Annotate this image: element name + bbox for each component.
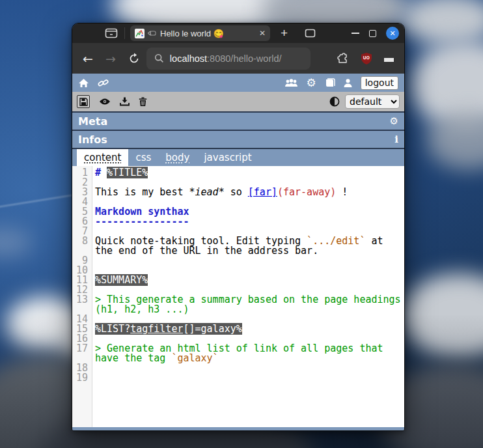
code-line[interactable]: 13> This generate a summary based on the… xyxy=(72,295,404,315)
minimize-button[interactable] xyxy=(352,33,359,34)
tab-javascript[interactable]: javascript xyxy=(197,149,258,166)
code-line[interactable]: 9 xyxy=(72,256,404,266)
back-button[interactable]: ← xyxy=(83,51,93,66)
contrast-button[interactable] xyxy=(329,96,340,107)
person-icon xyxy=(343,78,353,88)
link-button[interactable] xyxy=(98,78,109,88)
tab-content[interactable]: content xyxy=(77,149,128,166)
line-text xyxy=(92,256,404,266)
menu-button[interactable] xyxy=(384,58,394,59)
line-number: 19 xyxy=(72,373,92,383)
logout-button[interactable]: logout xyxy=(361,76,398,90)
code-line[interactable]: 19 xyxy=(72,373,404,383)
code-segment-em: *iead* xyxy=(189,186,225,198)
home-button[interactable] xyxy=(78,78,89,88)
tab-title: Hello le world 😋 xyxy=(160,29,256,38)
browser-window: Hello le world 😋 ✕ + ✕ ← → xyxy=(72,23,405,431)
line-text: # %TITLE% xyxy=(92,168,404,178)
save-button[interactable] xyxy=(77,95,90,108)
tab-body[interactable]: body xyxy=(158,149,197,166)
code-line[interactable]: 17> Generate an html list of link of all… xyxy=(72,344,404,363)
code-segment-string: (far-away) xyxy=(277,186,336,198)
line-number: 8 xyxy=(72,236,92,256)
back-arrow-icon: ← xyxy=(83,51,93,66)
line-text xyxy=(92,373,404,383)
meta-section-bar[interactable]: Meta ⚙ xyxy=(72,111,404,130)
link-icon xyxy=(98,78,109,88)
forward-button[interactable]: → xyxy=(105,51,116,66)
forward-arrow-icon: → xyxy=(105,51,116,66)
code-line[interactable]: 3This is my best *iead* so [far](far-awa… xyxy=(72,188,404,197)
code-segment-qcomment: `galaxy` xyxy=(171,352,218,364)
tab-css[interactable]: css xyxy=(128,149,158,166)
app-toolbar-edit: default xyxy=(72,92,404,111)
new-tab-button[interactable]: + xyxy=(281,26,288,40)
extensions-button[interactable] xyxy=(337,52,349,64)
puzzle-icon xyxy=(337,52,349,64)
minimize-icon xyxy=(352,33,359,34)
book-button[interactable] xyxy=(324,78,335,88)
code-segment-meta: %SUMMARY% xyxy=(95,274,148,286)
code-segment-meta-u: tagfilter xyxy=(130,323,183,335)
code-line[interactable]: 18 xyxy=(72,363,404,373)
code-line[interactable]: 1# %TITLE% xyxy=(72,168,404,178)
url-bar[interactable]: localhost:8080/hello-world/ xyxy=(146,48,310,70)
code-line[interactable]: 11%SUMMARY% xyxy=(72,275,404,285)
maximize-icon xyxy=(369,30,376,37)
tab-css-label: css xyxy=(135,152,151,163)
contrail xyxy=(0,194,76,208)
cloud xyxy=(400,273,483,358)
settings-button[interactable]: ⚙ xyxy=(306,76,316,89)
tab-close-button[interactable]: ✕ xyxy=(259,29,266,38)
reload-icon xyxy=(128,53,140,64)
desktop-background: Hello le world 😋 ✕ + ✕ ← → xyxy=(0,0,483,448)
line-text: Quick note-taking tool. Edit typing `...… xyxy=(92,236,404,256)
code-segment-text: This is my best xyxy=(95,186,189,198)
infos-section-bar[interactable]: Infos i xyxy=(72,130,404,148)
code-line[interactable]: 15%LIST?tagfilter[]=galaxy% xyxy=(72,324,404,334)
code-segment-header: # xyxy=(95,167,107,178)
book-icon xyxy=(324,78,335,88)
url-path: :8080/hello-world/ xyxy=(207,53,281,64)
infos-section-label: Infos xyxy=(78,133,107,146)
line-text: %SUMMARY% xyxy=(92,275,404,285)
ublock-button[interactable]: UO xyxy=(360,52,373,65)
line-number: 13 xyxy=(72,295,92,315)
browser-navbar: ← → localhost:8080/hello-world/ xyxy=(72,43,404,74)
code-segment-quote: > Generate an html list of link of all p… xyxy=(95,343,389,364)
code-segment-text: so xyxy=(225,186,248,198)
maximize-button[interactable] xyxy=(369,30,376,37)
navbar-right: UO xyxy=(337,52,394,65)
code-line[interactable]: 8Quick note-taking tool. Edit typing `..… xyxy=(72,236,404,256)
users-button[interactable] xyxy=(284,78,298,88)
code-segment-link: [far] xyxy=(248,186,277,198)
delete-button[interactable] xyxy=(139,97,147,106)
app-toolbar-top: ⚙ logout xyxy=(72,74,404,92)
code-line[interactable]: 6---------------- xyxy=(72,217,404,227)
editor-tabs-row: content css body javascript xyxy=(72,148,404,166)
browser-titlebar: Hello le world 😋 ✕ + ✕ xyxy=(72,23,404,43)
info-icon[interactable]: i xyxy=(394,133,398,145)
line-text: > This generate a summary based on the p… xyxy=(92,295,404,315)
users-icon xyxy=(284,78,298,88)
code-editor[interactable]: 1# %TITLE%23This is my best *iead* so [f… xyxy=(72,166,404,427)
reload-button[interactable] xyxy=(128,53,140,64)
browser-tab[interactable]: Hello le world 😋 ✕ xyxy=(130,25,270,41)
contrast-icon xyxy=(329,96,340,107)
profile-button[interactable] xyxy=(343,78,353,88)
save-icon xyxy=(79,98,88,106)
page-footer-strip xyxy=(72,427,404,430)
tab-overview-icon xyxy=(105,28,118,38)
line-text: ---------------- xyxy=(92,217,404,227)
preview-button[interactable] xyxy=(99,98,111,105)
tab-overview-button[interactable] xyxy=(105,28,118,38)
theme-select[interactable]: default xyxy=(345,94,400,109)
window-close-button[interactable]: ✕ xyxy=(386,27,399,40)
meta-section-label: Meta xyxy=(78,115,107,128)
tab-list-button[interactable] xyxy=(305,29,316,38)
download-button[interactable] xyxy=(120,97,130,106)
tab-list-icon xyxy=(305,29,316,38)
pencil-icon xyxy=(148,31,157,36)
gear-icon[interactable]: ⚙ xyxy=(390,115,398,127)
line-text xyxy=(92,363,404,373)
